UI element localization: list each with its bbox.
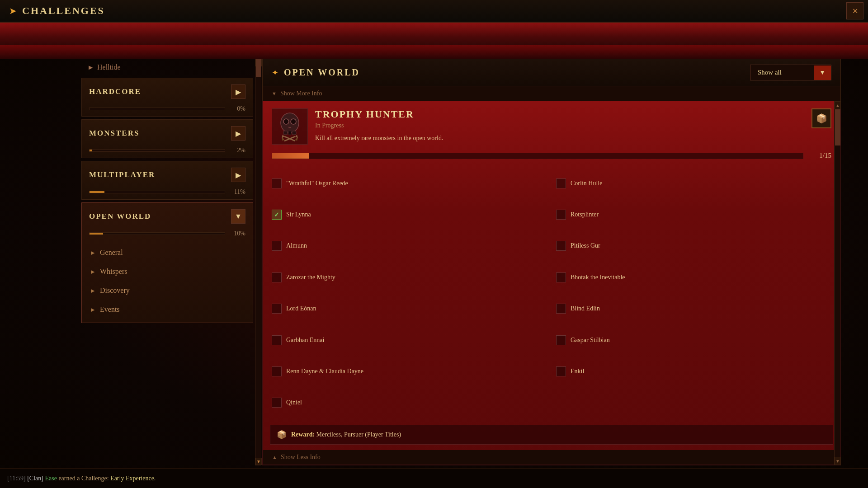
show-all-dropdown[interactable]: Show all ▼ xyxy=(750,65,831,80)
general-label: General xyxy=(100,249,123,257)
sidebar-item-events[interactable]: Events xyxy=(82,300,253,319)
check-label-lord-eonan: Lord Eònan xyxy=(286,305,316,312)
sidebar-item-whispers[interactable]: Whispers xyxy=(82,262,253,281)
category-monsters-title: MONSTERS xyxy=(89,129,231,138)
show-less-info-bar[interactable]: Show Less Info xyxy=(263,450,840,465)
category-multiplayer-title: MULTIPLAYER xyxy=(89,170,231,179)
whispers-label: Whispers xyxy=(100,267,127,276)
category-monsters-expand[interactable]: ▶ xyxy=(231,126,245,141)
check-item-enkil: Enkil xyxy=(556,357,831,386)
panel-scroll-down[interactable]: ▼ xyxy=(835,457,841,465)
sidebar-item-discovery[interactable]: Discovery xyxy=(82,281,253,300)
close-button[interactable]: ✕ xyxy=(846,2,863,19)
svg-rect-2 xyxy=(288,131,291,135)
check-label-wrathful-osgar: "Wrathful" Osgar Reede xyxy=(286,180,348,187)
open-world-progress-pct: 10% xyxy=(230,230,245,237)
checkbox-corlin-hulle[interactable] xyxy=(556,178,566,188)
show-more-info-bar[interactable]: Show More Info xyxy=(262,86,841,101)
category-open-world-header[interactable]: OPEN WORLD ▼ xyxy=(82,203,253,230)
category-multiplayer-header[interactable]: MULTIPLAYER ▶ xyxy=(82,161,253,188)
check-item-gaspar-stilbian: Gaspar Stilbian xyxy=(556,325,831,355)
svg-rect-3 xyxy=(292,131,296,135)
monsters-progress-track xyxy=(89,149,225,152)
trophy-icon-wrap xyxy=(272,108,308,145)
category-multiplayer-expand[interactable]: ▶ xyxy=(231,168,245,182)
category-hardcore-title: HARDCORE xyxy=(89,87,231,96)
scroll-down-arrow[interactable]: ▼ xyxy=(255,458,262,465)
check-item-blind-edlin: Blind Edlin xyxy=(556,294,831,324)
sidebar-scrollbar[interactable]: ▲ ▼ xyxy=(255,59,261,465)
scroll-thumb[interactable] xyxy=(256,59,261,77)
sidebar-item-helltide[interactable]: Helltide xyxy=(81,59,253,76)
check-label-enkil: Enkil xyxy=(571,368,584,375)
panel-scrollbar[interactable]: ▲ ▼ xyxy=(834,101,840,465)
monsters-progress-fill xyxy=(90,150,92,151)
top-bar: ➤ CHALLENGES ✕ xyxy=(0,0,868,23)
category-multiplayer-progress: 11% xyxy=(89,188,245,196)
checkbox-bhotak[interactable] xyxy=(556,272,566,282)
discovery-label: Discovery xyxy=(100,286,130,295)
panel-header-title: OPEN WORLD xyxy=(284,67,745,78)
check-label-zarozar: Zarozar the Mighty xyxy=(286,274,335,281)
checkbox-lord-eonan[interactable] xyxy=(272,304,282,314)
checkbox-gaspar-stilbian[interactable] xyxy=(556,335,566,345)
checkbox-renn-claudia[interactable] xyxy=(272,366,282,376)
check-item-qiniel: Qiniel xyxy=(272,388,547,418)
check-label-sir-lynna: Sir Lynna xyxy=(286,211,311,218)
chat-player-name: Ease xyxy=(45,475,57,482)
sidebar: ▲ ▼ Helltide HARDCORE ▶ 0% MONSTERS xyxy=(81,59,253,465)
panel-header: ✦ OPEN WORLD Show all ▼ xyxy=(262,59,841,86)
check-item-lord-eonan: Lord Eònan xyxy=(272,294,547,324)
category-multiplayer: MULTIPLAYER ▶ 11% xyxy=(81,161,253,200)
checkbox-almunn[interactable] xyxy=(272,241,282,251)
check-item-garbhan-ennai: Garbhan Ennai xyxy=(272,325,547,355)
chat-message: [11:59] [Clan] Ease earned a Challenge: … xyxy=(7,475,156,482)
chat-challenge-name: Early Experience. xyxy=(110,475,156,482)
multiplayer-progress-fill xyxy=(90,191,104,193)
checkbox-sir-lynna[interactable] xyxy=(272,210,282,220)
checkbox-enkil[interactable] xyxy=(556,366,566,376)
check-label-garbhan-ennai: Garbhan Ennai xyxy=(286,337,324,344)
category-monsters-progress: 2% xyxy=(89,147,245,154)
checkbox-zarozar[interactable] xyxy=(272,272,282,282)
check-label-pitiless-gur: Pitiless Gur xyxy=(571,242,600,249)
open-world-icon: ✦ xyxy=(272,68,278,78)
hardcore-progress-pct: 0% xyxy=(230,105,245,113)
reward-chest-icon: 📦 xyxy=(277,430,287,440)
checkbox-garbhan-ennai[interactable] xyxy=(272,335,282,345)
checkbox-wrathful-osgar[interactable] xyxy=(272,178,282,188)
panel-scroll-up[interactable]: ▲ xyxy=(835,101,841,109)
check-label-almunn: Almunn xyxy=(286,242,307,249)
checkbox-rotsplinter[interactable] xyxy=(556,210,566,220)
arrow-icon: ➤ xyxy=(9,5,17,16)
check-label-renn-claudia: Renn Dayne & Claudia Dayne xyxy=(286,368,363,375)
check-item-renn-claudia: Renn Dayne & Claudia Dayne xyxy=(272,357,547,386)
check-label-corlin-hulle: Corlin Hulle xyxy=(571,180,602,187)
category-hardcore-header[interactable]: HARDCORE ▶ xyxy=(82,78,253,105)
category-hardcore-expand[interactable]: ▶ xyxy=(231,84,245,99)
reward-bar: 📦 Reward: Merciless, Pursuer (Player Tit… xyxy=(270,425,833,445)
svg-marker-10 xyxy=(282,137,284,141)
check-label-blind-edlin: Blind Edlin xyxy=(571,305,600,312)
checkbox-pitiless-gur[interactable] xyxy=(556,241,566,251)
checkbox-blind-edlin[interactable] xyxy=(556,304,566,314)
category-open-world-expand[interactable]: ▼ xyxy=(231,209,245,224)
check-item-wrathful-osgar: "Wrathful" Osgar Reede xyxy=(272,169,547,198)
decorative-band xyxy=(0,23,868,59)
category-hardcore-progress: 0% xyxy=(89,105,245,113)
checkbox-qiniel[interactable] xyxy=(272,398,282,408)
reward-label: Reward: xyxy=(291,431,315,438)
category-open-world-title: OPEN WORLD xyxy=(89,212,231,221)
trophy-name: TROPHY HUNTER xyxy=(315,108,831,120)
show-all-label: Show all xyxy=(750,65,814,80)
svg-rect-1 xyxy=(283,131,288,135)
panel-scroll-thumb[interactable] xyxy=(835,109,840,145)
show-all-dropdown-arrow[interactable]: ▼ xyxy=(814,66,831,80)
check-item-corlin-hulle: Corlin Hulle xyxy=(556,169,831,198)
category-monsters-header[interactable]: MONSTERS ▶ xyxy=(82,120,253,147)
sidebar-item-general[interactable]: General xyxy=(82,243,253,262)
category-monsters: MONSTERS ▶ 2% xyxy=(81,119,253,158)
open-world-progress-track xyxy=(89,232,225,235)
check-item-almunn: Almunn xyxy=(272,231,547,261)
multiplayer-progress-pct: 11% xyxy=(230,188,245,196)
